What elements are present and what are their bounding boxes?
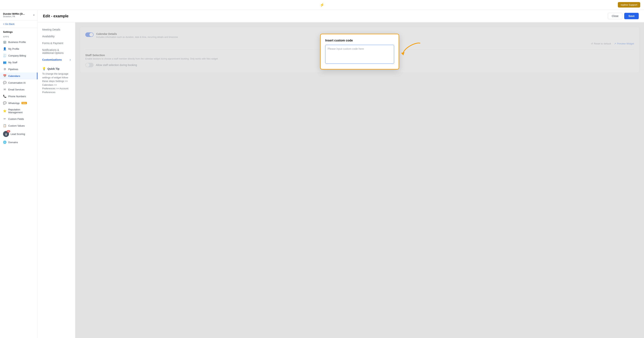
sub-layout: Meeting Details Availability Forms & Pay… — [38, 23, 644, 338]
edit-icon: ✏ — [3, 117, 6, 121]
company-name: Dunder Mifflin [D... — [3, 13, 25, 15]
quick-tip-text: To change the language settings of widge… — [42, 72, 70, 94]
lightning-icon: ⚡ — [320, 3, 324, 7]
topbar-right: topline Support — [618, 2, 640, 8]
sidebar-item-custom-values[interactable]: 📋 Custom Values — [0, 122, 38, 129]
subnav-forms-payment[interactable]: Forms & Payment — [38, 40, 75, 47]
company-selector[interactable]: Dunder Mifflin [D... Scranton, PA ▾ — [0, 10, 38, 20]
subnav-notifications[interactable]: Notifications & Additional Options — [38, 47, 75, 56]
sidebar-item-my-profile[interactable]: 👤 My Profile — [0, 45, 38, 52]
sidebar-item-company-billing[interactable]: 🧾 Company Billing — [0, 52, 38, 59]
main-content: Calendar Details Includes information su… — [75, 23, 644, 338]
modal-title: Insert custom code — [325, 39, 394, 42]
sidebar-item-label: Custom Values — [8, 124, 25, 127]
close-button[interactable]: Close — [608, 13, 622, 19]
svg-marker-0 — [401, 52, 404, 55]
modal-overlay: Insert custom code — [75, 23, 644, 338]
beta-badge: beta — [22, 102, 27, 104]
staff-icon: 👥 — [3, 61, 6, 64]
page-title: Edit - example — [43, 14, 68, 18]
topbar: ⚡ topline Support — [0, 0, 644, 10]
values-icon: 📋 — [3, 124, 6, 127]
page-header: Edit - example Close Save — [38, 10, 644, 23]
domains-icon: 🌐 — [3, 141, 6, 144]
sub-nav: Meeting Details Availability Forms & Pay… — [38, 23, 75, 338]
subnav-label: Customizations — [42, 58, 62, 61]
sidebar-item-whatsapp[interactable]: 💬 WhatsApp beta — [0, 100, 38, 106]
calendar-icon: 📅 — [3, 74, 6, 78]
email-icon: ✉ — [3, 88, 6, 91]
billing-icon: 🧾 — [3, 54, 6, 57]
sidebar-item-label: Business Profile — [8, 41, 26, 44]
sidebar-item-label: Conversation AI — [8, 81, 26, 84]
sidebar-item-reputation-management[interactable]: ⭐ Reputation Management — [0, 106, 38, 116]
sidebar-item-label: Company Billing — [8, 54, 26, 57]
sidebar-item-calendars[interactable]: 📅 Calendars — [0, 73, 38, 79]
subnav-customizations[interactable]: Customizations › — [38, 56, 75, 63]
sidebar-item-label: Pipelines — [8, 68, 18, 71]
company-location: Scranton, PA — [3, 15, 25, 18]
chevron-down-icon: ▾ — [33, 14, 34, 17]
sidebar-item-conversation-ai[interactable]: 💬 Conversation AI — [0, 79, 38, 86]
sidebar-item-label: My Profile — [8, 48, 19, 50]
go-back-link[interactable]: < Go Back — [0, 20, 38, 28]
settings-label: Settings — [0, 28, 38, 35]
subnav-meeting-details[interactable]: Meeting Details — [38, 26, 75, 33]
sidebar-item-pipelines[interactable]: ⚙ Pipelines — [0, 66, 38, 73]
arrow-annotation — [401, 41, 422, 57]
sidebar-item-label: Domains — [8, 141, 18, 144]
sidebar-item-lead-scoring[interactable]: g 28 Lead Scoring — [0, 129, 38, 139]
sidebar-item-label: Lead Scoring — [10, 133, 25, 135]
sidebar-item-label: Reputation Management — [8, 108, 34, 114]
notification-badge: 28 — [7, 130, 10, 132]
quick-tip-section: 💡 Quick Tip To change the language setti… — [38, 63, 75, 98]
header-actions: Close Save — [608, 13, 639, 19]
sidebar-item-custom-fields[interactable]: ✏ Custom Fields — [0, 116, 38, 122]
sidebar-item-label: Calendars — [8, 75, 20, 78]
whatsapp-icon: 💬 — [3, 101, 6, 105]
sidebar-item-label: Phone Numbers — [8, 95, 26, 98]
custom-code-input[interactable] — [325, 45, 394, 64]
star-icon: ⭐ — [3, 109, 6, 113]
lightbulb-icon: 💡 — [42, 67, 46, 71]
sidebar-item-label: WhatsApp — [8, 102, 20, 105]
sidebar-item-label: My Staff — [8, 61, 17, 64]
sidebar-item-my-staff[interactable]: 👥 My Staff — [0, 59, 38, 66]
content-area: Edit - example Close Save Meeting Detail… — [38, 10, 644, 338]
sidebar-item-label: Custom Fields — [8, 118, 24, 120]
sidebar-item-phone-numbers[interactable]: 📞 Phone Numbers — [0, 93, 38, 100]
insert-custom-code-modal: Insert custom code — [320, 34, 399, 70]
sidebar: Dunder Mifflin [D... Scranton, PA ▾ < Go… — [0, 10, 38, 338]
pipeline-icon: ⚙ — [3, 68, 6, 71]
support-button[interactable]: topline Support — [618, 2, 640, 8]
subnav-availability[interactable]: Availability — [38, 33, 75, 40]
modal-wrapper: Insert custom code — [320, 34, 399, 70]
sidebar-item-domains[interactable]: 🌐 Domains — [0, 139, 38, 146]
building-icon: 🏢 — [3, 40, 6, 44]
apps-label: Apps — [0, 35, 38, 39]
sidebar-item-email-services[interactable]: ✉ Email Services — [0, 86, 38, 93]
sidebar-item-label: Email Services — [8, 88, 24, 91]
sidebar-item-business-profile[interactable]: 🏢 Business Profile — [0, 39, 38, 45]
quick-tip-title: Quick Tip — [48, 67, 60, 70]
save-button[interactable]: Save — [624, 13, 639, 19]
phone-icon: 📞 — [3, 95, 6, 98]
ai-icon: 💬 — [3, 81, 6, 84]
chevron-right-icon: › — [70, 58, 70, 61]
user-icon: 👤 — [3, 47, 6, 51]
